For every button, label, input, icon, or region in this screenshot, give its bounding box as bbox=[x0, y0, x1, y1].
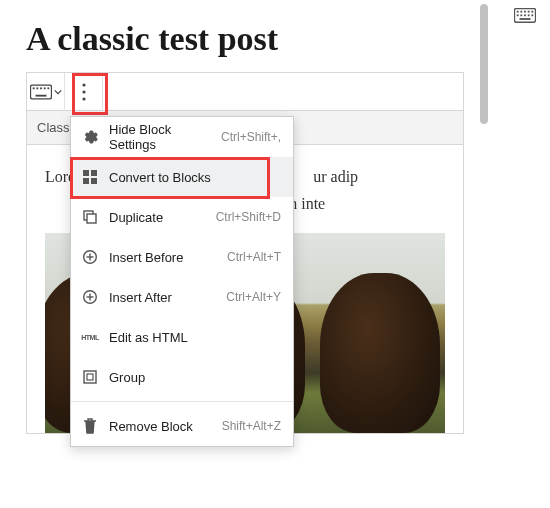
menu-remove-block[interactable]: Remove Block Shift+Alt+Z bbox=[71, 406, 293, 446]
svg-rect-18 bbox=[35, 94, 46, 96]
svg-rect-6 bbox=[517, 14, 519, 16]
annotation-box bbox=[72, 73, 108, 115]
menu-shortcut: Ctrl+Shift+, bbox=[221, 130, 281, 144]
menu-group[interactable]: Group bbox=[71, 357, 293, 397]
menu-shortcut: Ctrl+Shift+D bbox=[216, 210, 281, 224]
svg-rect-11 bbox=[519, 18, 530, 20]
tab-classic[interactable]: Class bbox=[37, 120, 70, 135]
insert-after-icon bbox=[81, 288, 99, 306]
svg-rect-9 bbox=[528, 14, 530, 16]
menu-label: Remove Block bbox=[109, 419, 212, 434]
svg-rect-12 bbox=[30, 85, 51, 99]
trash-icon bbox=[81, 417, 99, 435]
keyboard-button[interactable] bbox=[27, 73, 65, 111]
svg-rect-2 bbox=[520, 11, 522, 13]
svg-rect-7 bbox=[520, 14, 522, 16]
svg-rect-17 bbox=[47, 87, 49, 89]
body-text: ur adip bbox=[313, 168, 358, 185]
svg-rect-27 bbox=[87, 214, 96, 223]
svg-rect-14 bbox=[36, 87, 38, 89]
menu-duplicate[interactable]: Duplicate Ctrl+Shift+D bbox=[71, 197, 293, 237]
annotation-box bbox=[70, 157, 270, 199]
keyboard-icon[interactable] bbox=[514, 8, 536, 24]
group-icon bbox=[81, 368, 99, 386]
svg-rect-3 bbox=[524, 11, 526, 13]
menu-label: Hide Block Settings bbox=[109, 122, 211, 152]
menu-insert-after[interactable]: Insert After Ctrl+Alt+Y bbox=[71, 277, 293, 317]
menu-separator bbox=[71, 401, 293, 402]
menu-label: Insert Before bbox=[109, 250, 217, 265]
html-icon: HTML bbox=[81, 328, 99, 346]
svg-rect-10 bbox=[531, 14, 533, 16]
svg-rect-13 bbox=[32, 87, 34, 89]
menu-shortcut: Shift+Alt+Z bbox=[222, 419, 281, 433]
menu-label: Edit as HTML bbox=[109, 330, 271, 345]
svg-rect-5 bbox=[531, 11, 533, 13]
menu-label: Group bbox=[109, 370, 271, 385]
menu-edit-as-html[interactable]: HTML Edit as HTML bbox=[71, 317, 293, 357]
svg-rect-34 bbox=[84, 371, 96, 383]
svg-rect-16 bbox=[43, 87, 45, 89]
menu-hide-block-settings[interactable]: Hide Block Settings Ctrl+Shift+, bbox=[71, 117, 293, 157]
page-title[interactable]: A classic test post bbox=[26, 20, 464, 58]
scrollbar[interactable] bbox=[480, 4, 488, 124]
svg-rect-4 bbox=[528, 11, 530, 13]
svg-rect-15 bbox=[40, 87, 42, 89]
menu-shortcut: Ctrl+Alt+T bbox=[227, 250, 281, 264]
gear-icon bbox=[81, 128, 99, 146]
menu-label: Insert After bbox=[109, 290, 216, 305]
svg-rect-8 bbox=[524, 14, 526, 16]
svg-rect-1 bbox=[517, 11, 519, 13]
duplicate-icon bbox=[81, 208, 99, 226]
menu-label: Duplicate bbox=[109, 210, 206, 225]
menu-insert-before[interactable]: Insert Before Ctrl+Alt+T bbox=[71, 237, 293, 277]
menu-shortcut: Ctrl+Alt+Y bbox=[226, 290, 281, 304]
insert-before-icon bbox=[81, 248, 99, 266]
svg-rect-35 bbox=[87, 374, 93, 380]
